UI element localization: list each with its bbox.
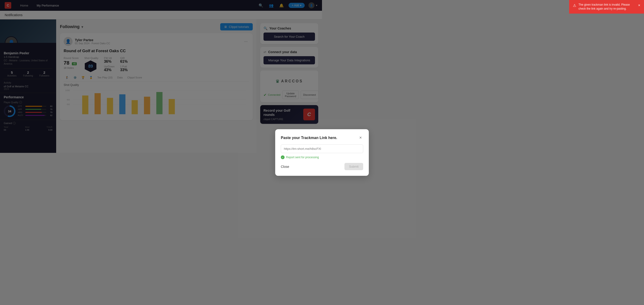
modal-header: Paste your Trackman Link here. × bbox=[281, 135, 322, 141]
trackman-modal: Paste your Trackman Link here. × ✓ Repor… bbox=[275, 129, 322, 153]
modal-title: Paste your Trackman Link here. bbox=[281, 136, 322, 140]
trackman-link-input[interactable] bbox=[281, 144, 322, 153]
modal-overlay: Paste your Trackman Link here. × ✓ Repor… bbox=[0, 0, 322, 153]
